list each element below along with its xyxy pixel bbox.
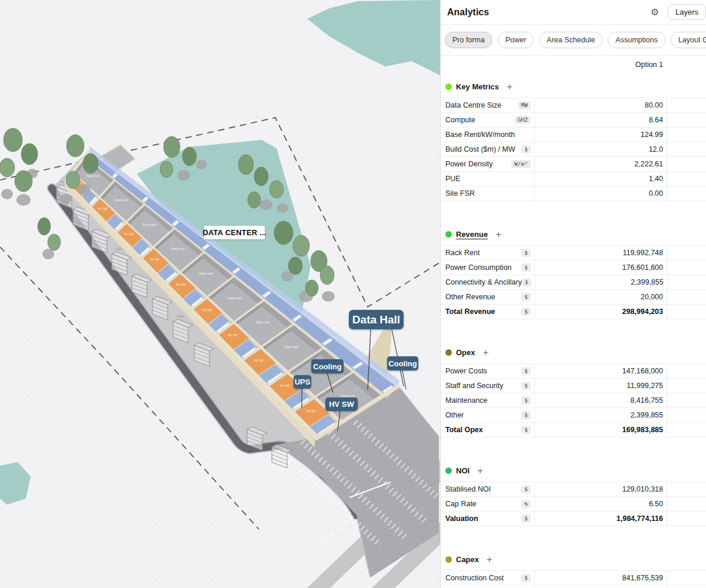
metric-row[interactable]: Power DensityW/m²2,222.61	[441, 157, 706, 172]
metric-row[interactable]: Construction Cost$841,675,539	[441, 571, 706, 586]
tree-canopy	[238, 155, 254, 175]
metric-row[interactable]: Power Costs$147,168,000	[441, 364, 706, 379]
section-title[interactable]: Opex	[456, 348, 475, 357]
unit-badge: %	[521, 500, 531, 508]
metric-value[interactable]: 169,983,885	[534, 423, 667, 437]
metric-row[interactable]: ComputeGHZ8.64	[441, 113, 706, 128]
callout-ups[interactable]: UPS	[294, 375, 311, 389]
unit-badge: $	[521, 263, 531, 272]
unit-badge: $	[521, 249, 531, 257]
metric-value[interactable]: 80.00	[534, 98, 667, 112]
metric-row[interactable]: Power Consumption$176,601,600	[441, 260, 706, 275]
section-title[interactable]: Revenue	[456, 230, 488, 239]
section-title[interactable]: Capex	[456, 555, 479, 564]
metric-value[interactable]: 0.00	[534, 186, 667, 201]
metric-value[interactable]: 124.99	[534, 128, 667, 142]
metric-row[interactable]: Valuation$1,984,774,116	[441, 512, 706, 526]
metric-table: Rack Rent$119,992,748Power Consumption$1…	[441, 245, 706, 319]
3d-canvas[interactable]: GENGENGENGEN Data hallHV SWData hallHV S…	[0, 0, 440, 588]
metric-value[interactable]: 8,416,755	[534, 393, 667, 407]
metric-value[interactable]: 67,334,043	[534, 586, 667, 588]
metric-row[interactable]: Other$2,399,855	[441, 408, 706, 423]
panel-header: Analytics ⚙ Layers	[441, 0, 706, 25]
add-metric-button[interactable]: +	[495, 229, 501, 239]
metric-row[interactable]: Staff and Security$11,999,275	[441, 379, 706, 393]
metric-value[interactable]: 2,222.61	[534, 157, 667, 171]
metric-row[interactable]: Professional Fees$67,334,043	[441, 586, 706, 588]
metric-value[interactable]: 20,000	[534, 290, 667, 304]
room-label-gen: GEN	[176, 315, 184, 318]
section-title[interactable]: Key Metrics	[456, 82, 499, 91]
option-column-header[interactable]: Option 1	[573, 61, 706, 69]
layers-button[interactable]: Layers	[668, 4, 706, 20]
metric-row[interactable]: Site FSR0.00	[441, 186, 706, 201]
callout-cooling-2[interactable]: Cooling	[387, 356, 418, 370]
unit-badge: $	[521, 308, 531, 316]
unit-badge: $	[521, 396, 531, 405]
tab-power[interactable]: Power	[498, 32, 534, 48]
metric-row[interactable]: Data Centre SizeMW80.00	[441, 98, 706, 113]
metric-value[interactable]: 6.50	[534, 497, 667, 511]
tree-canopy	[274, 221, 293, 245]
tab-area-schedule[interactable]: Area Schedule	[539, 32, 602, 48]
metric-row[interactable]: Stablised NOI$129,010,318	[441, 482, 706, 497]
room-label-data-hall: Data hall	[199, 272, 213, 275]
metric-row[interactable]: Cap Rate%6.50	[441, 497, 706, 512]
tree-canopy	[66, 135, 84, 157]
tab-bar: Pro formaPowerArea ScheduleAssumptionsLa…	[441, 25, 706, 56]
tab-pro-forma[interactable]: Pro forma	[445, 32, 492, 48]
tree-canopy	[288, 257, 302, 275]
section-title[interactable]: NOI	[456, 466, 469, 475]
callout-data-hall[interactable]: Data Hall	[349, 310, 404, 329]
unit-badge: MW	[518, 101, 531, 109]
metric-value[interactable]: 119,992,748	[534, 246, 667, 260]
room-label-hv-sw: HV SW	[202, 308, 212, 312]
metric-row[interactable]: Build Cost ($m) / MW$12.0	[441, 142, 706, 157]
tab-assumptions[interactable]: Assumptions	[608, 32, 665, 48]
add-metric-button[interactable]: +	[483, 348, 489, 358]
metric-label: Other	[441, 411, 521, 419]
section-opex: Opex+Power Costs$147,168,000Staff and Se…	[441, 346, 706, 437]
metric-row[interactable]: Rack Rent$119,992,748	[441, 246, 706, 260]
unit-badge: $	[521, 574, 531, 582]
tree-canopy	[248, 192, 261, 208]
metric-value[interactable]: 12.0	[534, 142, 667, 156]
tab-layout-guidelines[interactable]: Layout Guidelines	[671, 32, 706, 48]
room-label-hv-sw: HV SW	[98, 207, 108, 211]
tree-canopy	[182, 147, 197, 166]
tree-canopy	[83, 153, 98, 173]
metric-row[interactable]: Total Revenue$298,994,203	[441, 305, 706, 319]
metric-value[interactable]: 2,399,855	[534, 408, 667, 422]
metric-row[interactable]: Total Opex$169,983,885	[441, 423, 706, 437]
room-label-hv-sw: HV SW	[280, 384, 290, 387]
callout-hv-sw[interactable]: HV SW	[325, 397, 358, 411]
add-metric-button[interactable]: +	[507, 82, 512, 92]
metric-value[interactable]: 298,994,203	[534, 305, 667, 319]
gear-icon[interactable]: ⚙	[651, 8, 659, 17]
metric-value[interactable]: 8.64	[534, 113, 667, 127]
metric-value[interactable]: 841,675,539	[534, 571, 667, 585]
metric-value[interactable]: 147,168,000	[534, 364, 667, 378]
callout-cooling-1[interactable]: Cooling	[311, 359, 344, 373]
metric-row[interactable]: Connectivity & Ancillary$2,399,855	[441, 275, 706, 290]
building-name-label[interactable]: DATA CENTER ...	[204, 226, 265, 239]
add-metric-button[interactable]: +	[487, 554, 492, 564]
metric-row[interactable]: PUE1.40	[441, 172, 706, 186]
metric-label: Connectivity & Ancillary	[441, 278, 522, 286]
unit-badge: $	[521, 293, 531, 301]
metric-table: Stablised NOI$129,010,318Cap Rate%6.50Va…	[441, 482, 706, 526]
metric-label: Power Density	[441, 160, 511, 168]
metric-row[interactable]: Other Revenue$20,000	[441, 290, 706, 305]
room-label-data-hall: Data hall	[256, 320, 270, 324]
metric-value[interactable]: 129,010,318	[534, 482, 667, 496]
metric-value[interactable]: 1.40	[534, 172, 667, 186]
metric-label: Construction Cost	[441, 574, 521, 582]
metric-row[interactable]: Base Rent/kW/month124.99	[441, 128, 706, 142]
metric-value[interactable]: 2,399,855	[535, 275, 668, 289]
metric-value[interactable]: 176,601,600	[534, 260, 667, 275]
metric-value[interactable]: 1,984,774,116	[534, 512, 667, 526]
metric-row[interactable]: Maintenance$8,416,755	[441, 393, 706, 408]
add-metric-button[interactable]: +	[477, 466, 483, 476]
metric-value[interactable]: 11,999,275	[534, 379, 667, 393]
section-header: Key Metrics+	[441, 81, 706, 92]
